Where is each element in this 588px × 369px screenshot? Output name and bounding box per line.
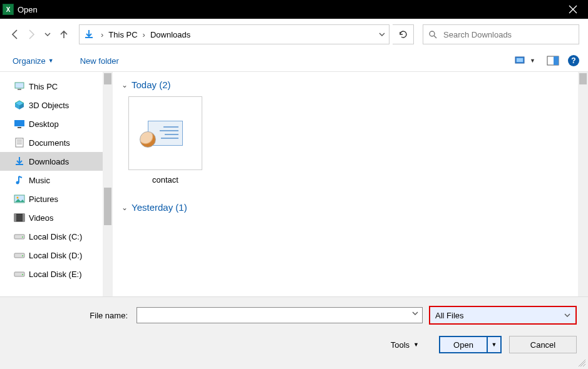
tree-item-documents[interactable]: Documents: [0, 133, 113, 152]
group-yesterday[interactable]: ⌄ Yesterday (1): [121, 202, 579, 213]
organize-label: Organize: [13, 56, 46, 66]
file-item-contact[interactable]: contact: [128, 96, 203, 184]
svg-point-22: [22, 236, 23, 238]
filename-label: File name:: [11, 311, 130, 320]
new-folder-label: New folder: [80, 56, 119, 66]
svg-rect-7: [18, 89, 21, 90]
chevron-down-icon: ▼: [48, 58, 54, 64]
open-button-label: Open: [440, 337, 487, 352]
tree-item-label: Local Disk (D:): [29, 251, 82, 260]
search-input[interactable]: [442, 29, 574, 40]
svg-point-24: [22, 255, 23, 256]
tree-item-desktop[interactable]: Desktop: [0, 114, 113, 133]
body: This PC3D ObjectsDesktopDocumentsDownloa…: [0, 71, 588, 296]
chevron-down-icon[interactable]: [412, 310, 418, 316]
search-icon: [428, 30, 437, 39]
group-yesterday-label: Yesterday (1): [132, 202, 187, 213]
nav-tree: This PC3D ObjectsDesktopDocumentsDownloa…: [0, 72, 113, 296]
svg-point-17: [17, 197, 19, 199]
toolbar: Organize ▼ New folder ▼ ?: [0, 50, 588, 71]
pictures-icon: [14, 193, 25, 205]
disk-icon: [14, 268, 25, 280]
titlebar: X Open: [0, 0, 588, 19]
chevron-right-icon[interactable]: ›: [140, 30, 148, 39]
tree-item-label: Downloads: [29, 157, 69, 166]
svg-rect-3: [517, 58, 523, 62]
svg-rect-14: [16, 164, 23, 165]
view-mode-button[interactable]: ▼: [512, 54, 538, 67]
tree-item-label: Documents: [29, 138, 70, 148]
tree-item-downloads[interactable]: Downloads: [0, 152, 113, 171]
tree-item-local-disk-e-[interactable]: Local Disk (E:): [0, 265, 113, 283]
group-today[interactable]: ⌄ Today (2): [121, 79, 579, 90]
group-today-label: Today (2): [132, 79, 171, 90]
open-button[interactable]: Open ▼: [439, 336, 502, 353]
svg-point-1: [430, 31, 435, 36]
file-label: contact: [152, 175, 178, 184]
up-button[interactable]: [58, 28, 70, 41]
close-icon[interactable]: [560, 0, 585, 19]
contact-card-icon: [148, 121, 183, 146]
new-folder-button[interactable]: New folder: [76, 54, 123, 68]
navbar: › This PC › Downloads: [0, 19, 588, 50]
refresh-button[interactable]: [393, 24, 414, 44]
tree-item-label: This PC: [29, 82, 58, 91]
breadcrumb-downloads[interactable]: Downloads: [148, 30, 193, 39]
filename-input[interactable]: [137, 307, 423, 323]
tree-scrollbar[interactable]: [103, 72, 113, 296]
chevron-down-icon: [564, 312, 570, 318]
resize-grip[interactable]: [578, 359, 585, 366]
preview-pane-button[interactable]: [544, 54, 562, 67]
tools-menu[interactable]: Tools ▼: [391, 340, 419, 350]
chevron-down-icon: ▼: [530, 58, 535, 64]
tree-item-label: Videos: [29, 213, 54, 223]
music-icon: [14, 174, 25, 186]
chevron-down-icon: ▼: [492, 341, 497, 348]
tree-item-label: Pictures: [29, 195, 58, 204]
tree-item-label: Local Disk (E:): [29, 270, 82, 279]
forward-button[interactable]: [25, 28, 38, 41]
address-bar[interactable]: › This PC › Downloads: [79, 24, 389, 44]
cube-icon: [14, 99, 25, 111]
file-thumbnail: [128, 96, 202, 170]
tree-item-label: Desktop: [29, 119, 59, 129]
tree-item-label: Music: [29, 176, 50, 185]
file-type-filter[interactable]: All Files: [429, 306, 577, 325]
search-box[interactable]: [423, 24, 579, 44]
breadcrumb-this-pc[interactable]: This PC: [106, 30, 140, 39]
tree-item-this-pc[interactable]: This PC: [0, 77, 113, 96]
recent-locations-button[interactable]: [41, 28, 54, 41]
back-button[interactable]: [9, 28, 21, 41]
chevron-right-icon[interactable]: ›: [98, 30, 106, 39]
download-folder-icon: [82, 28, 96, 41]
chevron-down-icon: ▼: [413, 341, 419, 348]
svg-rect-10: [16, 138, 23, 147]
chevron-down-icon[interactable]: [379, 31, 385, 38]
tree-item-3d-objects[interactable]: 3D Objects: [0, 96, 113, 114]
tree-item-local-disk-d-[interactable]: Local Disk (D:): [0, 246, 113, 265]
cancel-button[interactable]: Cancel: [509, 336, 577, 353]
doc-icon: [14, 137, 25, 148]
svg-rect-0: [85, 37, 93, 38]
download-icon: [14, 156, 25, 167]
main-scrollbar[interactable]: [578, 72, 588, 296]
tree-item-pictures[interactable]: Pictures: [0, 190, 113, 208]
svg-rect-19: [14, 214, 16, 221]
chevron-down-icon: ⌄: [121, 81, 128, 89]
tree-item-music[interactable]: Music: [0, 171, 113, 190]
svg-rect-5: [554, 56, 559, 65]
tree-item-label: 3D Objects: [29, 101, 69, 110]
open-split-button[interactable]: ▼: [487, 337, 500, 352]
svg-point-26: [22, 274, 23, 275]
tree-item-local-disk-c-[interactable]: Local Disk (C:): [0, 227, 113, 246]
svg-rect-9: [18, 127, 21, 128]
pc-icon: [14, 81, 25, 92]
organize-menu[interactable]: Organize ▼: [9, 54, 58, 68]
chevron-down-icon: ⌄: [121, 203, 128, 212]
tree-item-videos[interactable]: Videos: [0, 208, 113, 227]
tools-label: Tools: [391, 340, 410, 350]
help-icon[interactable]: ?: [568, 55, 579, 66]
svg-rect-8: [14, 120, 24, 126]
svg-rect-20: [23, 214, 24, 221]
svg-rect-6: [15, 83, 24, 88]
